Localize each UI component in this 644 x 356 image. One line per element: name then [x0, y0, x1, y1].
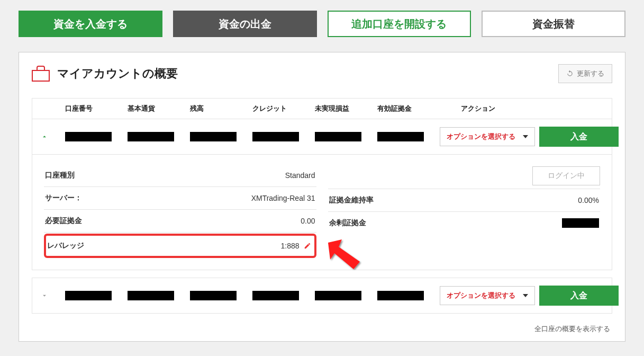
account-overview-panel: マイアカウントの概要 更新する 口座番号 基本通貨 残高 クレジット 未実現損益…	[19, 52, 625, 342]
show-all-accounts-link[interactable]: 全口座の概要を表示する	[32, 321, 612, 334]
chevron-up-icon[interactable]	[40, 132, 49, 141]
deposit-button[interactable]: 入金	[539, 127, 619, 147]
account-type-value: Standard	[285, 171, 315, 180]
leverage-label: レバレッジ	[47, 241, 84, 251]
account-row-1: オプションを選択する 入金	[32, 119, 612, 154]
option-select[interactable]: オプションを選択する	[440, 286, 535, 305]
redacted-value	[252, 132, 299, 141]
tab-open-account[interactable]: 追加口座を開設する	[328, 11, 471, 37]
briefcase-icon	[32, 66, 50, 82]
server-label: サーバー：	[45, 193, 82, 203]
chevron-down-icon	[523, 135, 528, 138]
svg-rect-0	[32, 70, 49, 81]
account-block-1: 口座番号 基本通貨 残高 クレジット 未実現損益 有効証拠金 アクション オプシ…	[32, 98, 612, 270]
redacted-value	[128, 132, 174, 141]
redacted-value	[315, 132, 361, 141]
panel-header: マイアカウントの概要 更新する	[32, 64, 612, 83]
panel-title: マイアカウントの概要	[57, 66, 178, 82]
chevron-down-icon[interactable]	[40, 291, 49, 300]
redacted-value	[190, 291, 237, 300]
details-col-left: 口座種別 Standard サーバー： XMTrading-Real 31 必要…	[44, 164, 316, 258]
redacted-value	[377, 291, 424, 300]
tab-transfer[interactable]: 資金振替	[482, 11, 625, 37]
tab-withdraw[interactable]: 資金の出金	[173, 11, 317, 37]
pencil-icon[interactable]	[304, 242, 311, 250]
redacted-value	[128, 291, 174, 300]
refresh-label: 更新する	[577, 69, 604, 78]
col-base-ccy: 基本通貨	[128, 104, 186, 113]
redacted-value	[377, 132, 424, 141]
req-margin-label: 必要証拠金	[45, 216, 82, 226]
account-header-row: 口座番号 基本通貨 残高 クレジット 未実現損益 有効証拠金 アクション	[32, 99, 612, 119]
free-margin-label: 余剰証拠金	[329, 218, 366, 228]
margin-level-value: 0.00%	[578, 196, 599, 204]
option-select-label: オプションを選択する	[447, 132, 515, 141]
col-action: アクション	[440, 104, 535, 113]
server-value: XMTrading-Real 31	[251, 194, 315, 202]
tab-deposit[interactable]: 資金を入金する	[19, 11, 162, 37]
col-equity: 有効証拠金	[377, 104, 436, 113]
option-select-label: オプションを選択する	[447, 291, 515, 300]
redacted-value	[562, 218, 599, 228]
details-col-right: ログイン中 証拠金維持率 0.00% 余剰証拠金	[328, 164, 601, 258]
login-status-button: ログイン中	[532, 166, 600, 185]
redacted-value	[65, 132, 112, 141]
account-details: 口座種別 Standard サーバー： XMTrading-Real 31 必要…	[32, 154, 612, 270]
redacted-value	[190, 132, 237, 141]
redacted-value	[315, 291, 361, 300]
deposit-button[interactable]: 入金	[539, 286, 619, 306]
refresh-button[interactable]: 更新する	[558, 64, 612, 83]
col-unrealized: 未実現損益	[315, 104, 373, 113]
redacted-value	[65, 291, 112, 300]
redacted-value	[252, 291, 299, 300]
col-account-no: 口座番号	[65, 104, 123, 113]
col-balance: 残高	[190, 104, 248, 113]
leverage-value: 1:888	[280, 242, 299, 250]
col-credit: クレジット	[252, 104, 311, 113]
account-type-label: 口座種別	[45, 171, 75, 180]
account-row-2: オプションを選択する 入金	[32, 278, 612, 313]
option-select[interactable]: オプションを選択する	[440, 127, 535, 146]
refresh-icon	[566, 70, 574, 77]
chevron-down-icon	[523, 294, 528, 297]
margin-level-label: 証拠金維持率	[329, 195, 374, 205]
top-tabs: 資金を入金する 資金の出金 追加口座を開設する 資金振替	[19, 11, 625, 37]
account-block-2: オプションを選択する 入金	[32, 278, 612, 314]
leverage-row-highlighted: レバレッジ 1:888	[44, 234, 316, 258]
req-margin-value: 0.00	[301, 217, 315, 225]
